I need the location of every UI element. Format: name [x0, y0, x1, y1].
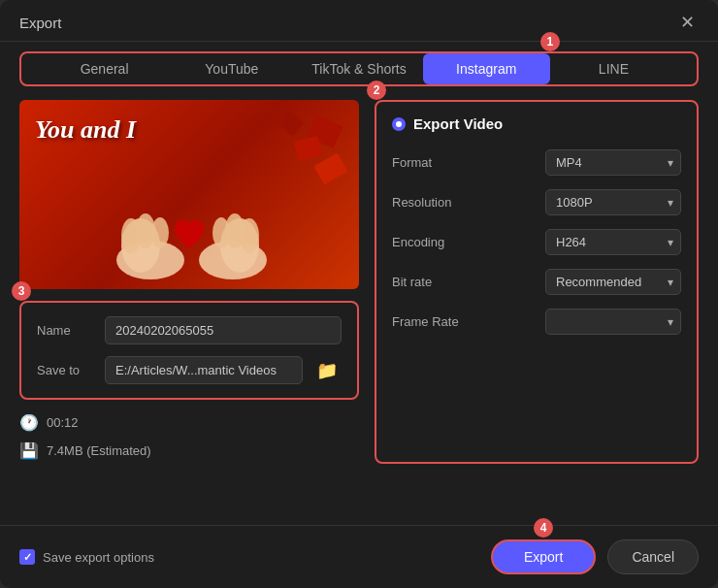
save-options-row: ✓ Save export options [19, 549, 154, 565]
name-label: Name [37, 323, 95, 338]
saveto-row: Save to 📁 [37, 356, 342, 384]
format-row: Format MP4 MOV AVI MKV [392, 149, 681, 176]
title-bar: Export ✕ [0, 0, 718, 42]
resolution-select[interactable]: 1080P 720P 480P 4K [545, 189, 681, 215]
clock-icon: 🕐 [19, 413, 39, 432]
radio-dot-inner [396, 121, 402, 127]
step-number-1: 1 [540, 32, 560, 51]
save-options-checkbox[interactable]: ✓ [19, 549, 35, 565]
save-options-label: Save export options [43, 550, 154, 565]
video-preview: You and I [19, 100, 359, 289]
tab-tiktok[interactable]: TikTok & Shorts [295, 53, 422, 84]
framerate-select-wrapper: 25 fps 30 fps 60 fps 24 fps [545, 309, 681, 335]
bottom-buttons: 4 Export Cancel [491, 539, 699, 574]
encoding-label: Encoding [392, 235, 444, 249]
main-content: You and I [0, 86, 718, 477]
encoding-row: Encoding H264 H265 VP9 [392, 229, 681, 255]
cancel-button[interactable]: Cancel [607, 539, 699, 574]
bitrate-label: Bit rate [392, 275, 432, 289]
bitrate-row: Bit rate Recommended Low Medium High [392, 269, 681, 295]
tab-line[interactable]: LINE [550, 53, 677, 84]
framerate-label: Frame Rate [392, 314, 459, 329]
file-info-box: 3 Name Save to 📁 [19, 301, 359, 400]
resolution-select-wrapper: 1080P 720P 480P 4K [545, 189, 681, 215]
hands-illustration [82, 163, 296, 289]
framerate-row: Frame Rate 25 fps 30 fps 60 fps 24 fps [392, 309, 681, 335]
saveto-label: Save to [37, 363, 95, 377]
right-panel: 2 Export Video Format MP4 MOV AVI MKV [375, 100, 699, 464]
tab-instagram[interactable]: Instagram 1 [423, 53, 550, 84]
framerate-select[interactable]: 25 fps 30 fps 60 fps 24 fps [545, 309, 681, 335]
step-number-4: 4 [534, 518, 553, 538]
close-button[interactable]: ✕ [676, 14, 699, 31]
format-select-wrapper: MP4 MOV AVI MKV [545, 149, 681, 176]
radio-export-video[interactable] [392, 117, 406, 131]
resolution-row: Resolution 1080P 720P 480P 4K [392, 189, 681, 215]
tab-general[interactable]: General [41, 53, 168, 84]
browse-folder-button[interactable]: 📁 [312, 358, 342, 383]
export-button-wrapper: 4 Export [491, 539, 596, 574]
bitrate-select[interactable]: Recommended Low Medium High [545, 269, 681, 295]
export-video-header: Export Video [392, 115, 681, 132]
left-panel: You and I [19, 100, 359, 464]
saveto-input[interactable] [105, 356, 303, 384]
duration-row: 🕐 00:12 [19, 411, 359, 432]
name-input[interactable] [105, 316, 342, 344]
bottom-bar: ✓ Save export options 4 Export Cancel [0, 525, 718, 588]
export-button[interactable]: Export [491, 539, 596, 574]
size-row: 💾 7.4MB (Estimated) [19, 440, 359, 460]
export-video-label: Export Video [413, 115, 503, 132]
name-row: Name [37, 316, 342, 344]
dialog-title: Export [19, 15, 61, 31]
meta-section: 🕐 00:12 💾 7.4MB (Estimated) [19, 411, 359, 464]
storage-icon: 💾 [19, 441, 39, 460]
format-select[interactable]: MP4 MOV AVI MKV [545, 149, 681, 176]
svg-point-4 [151, 217, 169, 248]
bitrate-select-wrapper: Recommended Low Medium High [545, 269, 681, 295]
tabs-container: General YouTube TikTok & Shorts Instagra… [19, 51, 699, 86]
duration-value: 00:12 [47, 415, 79, 430]
video-preview-inner: You and I [19, 100, 359, 289]
size-value: 7.4MB (Estimated) [47, 443, 151, 458]
step-number-2: 2 [367, 81, 386, 100]
encoding-select-wrapper: H264 H265 VP9 [545, 229, 681, 255]
svg-point-9 [212, 217, 230, 248]
paper-piece-2 [294, 136, 322, 161]
resolution-label: Resolution [392, 195, 451, 210]
checkbox-check-icon: ✓ [23, 551, 32, 564]
encoding-select[interactable]: H264 H265 VP9 [545, 229, 681, 255]
step-number-3: 3 [12, 281, 31, 301]
tab-youtube[interactable]: YouTube [168, 53, 295, 84]
paper-piece-3 [278, 111, 305, 137]
format-label: Format [392, 155, 432, 170]
export-dialog: Export ✕ General YouTube TikTok & Shorts… [0, 0, 718, 588]
video-title: You and I [35, 115, 136, 145]
